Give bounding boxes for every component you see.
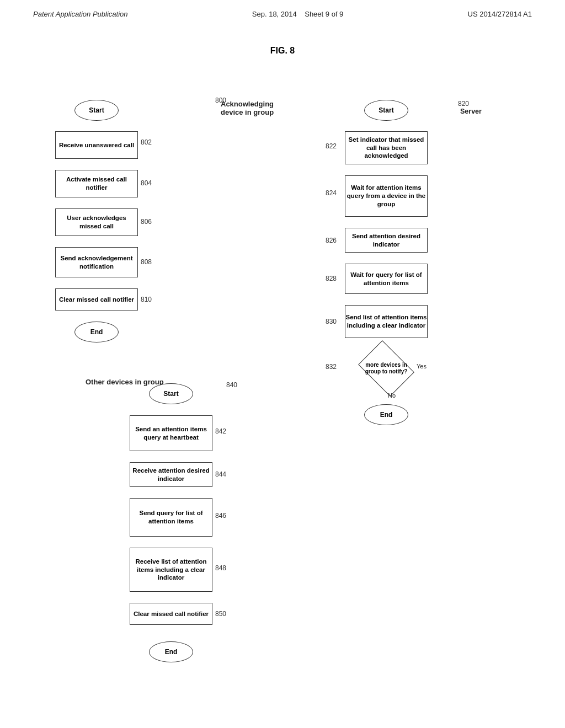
- box-806: User acknowledges missed call: [55, 208, 138, 236]
- ref-828: 828: [326, 275, 337, 282]
- ref-826: 826: [326, 237, 337, 244]
- header-right: US 2014/272814 A1: [468, 10, 532, 18]
- no-label: No: [388, 392, 396, 399]
- box-828: Wait for query for list of attention ite…: [345, 264, 428, 294]
- ref-804: 804: [141, 179, 152, 187]
- end-840: End: [149, 641, 193, 662]
- start-820: Start: [364, 100, 408, 121]
- yes-label: Yes: [417, 363, 427, 370]
- box-850: Clear missed call notifier: [130, 603, 212, 625]
- header: Patent Application Publication Sep. 18, …: [0, 0, 565, 18]
- box-822: Set indicator that missed call has been …: [345, 131, 428, 164]
- ref-848: 848: [215, 564, 226, 572]
- header-left: Patent Application Publication: [33, 10, 128, 18]
- start-840: Start: [149, 383, 193, 404]
- ref-842: 842: [215, 427, 226, 435]
- ref-832: 832: [326, 363, 337, 371]
- title-820: Server: [460, 108, 482, 115]
- box-846: Send query for list of attention items: [130, 498, 212, 537]
- box-824: Wait for attention items query from a de…: [345, 175, 428, 217]
- box-810: Clear missed call notifier: [55, 288, 138, 311]
- box-848: Receive list of attention items includin…: [130, 548, 212, 592]
- ref-844: 844: [215, 470, 226, 478]
- box-804: Activate missed call notifier: [55, 170, 138, 197]
- diagram-area: 800 Acknowledging device in group Start …: [0, 18, 565, 40]
- end-820: End: [364, 404, 408, 425]
- box-808: Send acknowledgement notification: [55, 247, 138, 277]
- ref-824: 824: [326, 189, 337, 197]
- ref-846: 846: [215, 512, 226, 520]
- ref-806: 806: [141, 218, 152, 226]
- title-840: Other devices in group: [86, 378, 164, 386]
- ref-840: 840: [226, 381, 237, 389]
- ref-820: 820: [458, 100, 469, 108]
- header-center: Sep. 18, 2014 Sheet 9 of 9: [252, 10, 344, 18]
- arrows-svg: [0, 18, 565, 40]
- start-800: Start: [74, 100, 119, 121]
- fig-label: FIG. 8: [0, 46, 565, 67]
- box-802: Receive unanswered call: [55, 131, 138, 159]
- ref-822: 822: [326, 142, 337, 150]
- box-826: Send attention desired indicator: [345, 228, 428, 253]
- box-842: Send an attention items query at heartbe…: [130, 415, 212, 451]
- ref-802: 802: [141, 138, 152, 146]
- ref-808: 808: [141, 258, 152, 266]
- ref-850: 850: [215, 610, 226, 618]
- box-830: Send list of attention items including a…: [345, 305, 428, 338]
- ref-830: 830: [326, 318, 337, 325]
- diamond-832: more devices in group to notify?: [361, 349, 411, 388]
- box-844: Receive attention desired indicator: [130, 462, 212, 487]
- ref-810: 810: [141, 296, 152, 303]
- title-800: Acknowledging device in group: [221, 100, 274, 116]
- end-800: End: [74, 322, 119, 342]
